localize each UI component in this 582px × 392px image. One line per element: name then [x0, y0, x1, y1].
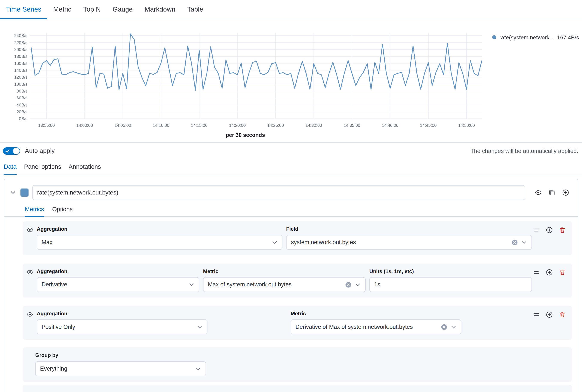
metric-select[interactable]: Derivative of Max of system.network.out.…: [291, 320, 461, 334]
delete-metric-trash-icon[interactable]: [559, 311, 566, 318]
tab-data[interactable]: Data: [4, 159, 17, 175]
svg-text:20B/s: 20B/s: [17, 110, 28, 114]
delete-metric-trash-icon[interactable]: [559, 269, 566, 276]
add-metric-plus-circle-icon[interactable]: [546, 269, 553, 276]
svg-text:14:15:00: 14:15:00: [191, 123, 208, 128]
toggle-knob: [13, 148, 20, 154]
aggregation-value: Positive Only: [42, 324, 75, 330]
svg-text:120B/s: 120B/s: [14, 75, 28, 80]
group-by-value: Everything: [40, 366, 67, 372]
chevron-down-icon: [521, 239, 527, 245]
check-icon: [6, 149, 10, 153]
delete-metric-trash-icon[interactable]: [559, 227, 566, 233]
editor-tabs: Data Panel options Annotations: [0, 159, 582, 175]
metric-label: Metric: [291, 310, 461, 316]
clone-series-copy-icon[interactable]: [548, 189, 555, 196]
auto-apply-toggle[interactable]: [3, 147, 20, 155]
auto-apply-label: Auto apply: [25, 147, 55, 155]
svg-text:14:00:00: 14:00:00: [76, 123, 93, 128]
series-color-swatch[interactable]: [20, 188, 29, 197]
tab-metric[interactable]: Metric: [47, 0, 77, 19]
chevron-down-icon: [189, 282, 195, 288]
tab-markdown[interactable]: Markdown: [139, 0, 181, 19]
series-subtabs: Metrics Options: [4, 206, 578, 216]
metric-row-controls: [533, 227, 565, 233]
drag-metric-handle-icon[interactable]: [533, 311, 539, 318]
series-label-input[interactable]: [32, 185, 525, 200]
svg-text:13:55:00: 13:55:00: [38, 123, 55, 128]
drag-metric-handle-icon[interactable]: [533, 227, 539, 233]
auto-apply-bar: Auto apply The changes will be automatic…: [0, 142, 582, 159]
add-series-plus-circle-icon[interactable]: [562, 189, 569, 196]
add-metric-plus-circle-icon[interactable]: [546, 227, 553, 233]
metric-select[interactable]: Max of system.network.out.bytes: [203, 277, 366, 292]
chevron-down-icon: [197, 324, 203, 330]
legend-series-dot-icon: [492, 35, 496, 40]
tab-gauge[interactable]: Gauge: [107, 0, 139, 19]
tab-table[interactable]: Table: [181, 0, 209, 19]
metric-hidden-eye-slash-icon[interactable]: [27, 227, 33, 233]
auto-apply-hint: The changes will be automatically applie…: [470, 148, 579, 154]
svg-text:14:50:00: 14:50:00: [458, 123, 475, 128]
tab-panel-options[interactable]: Panel options: [24, 159, 61, 175]
chevron-down-icon: [272, 239, 278, 245]
series-header: [4, 179, 578, 200]
svg-text:200B/s: 200B/s: [14, 47, 28, 52]
aggregation-label: Aggregation: [37, 310, 207, 316]
svg-text:14:10:00: 14:10:00: [153, 123, 170, 128]
svg-text:0B/s: 0B/s: [19, 116, 28, 121]
svg-text:14:45:00: 14:45:00: [420, 123, 436, 128]
svg-text:14:25:00: 14:25:00: [267, 123, 284, 128]
svg-text:14:30:00: 14:30:00: [305, 123, 322, 128]
chart-legend[interactable]: rate(system.network... 167.4B/s: [492, 34, 579, 40]
group-by-select[interactable]: Everything: [35, 361, 206, 376]
svg-text:240B/s: 240B/s: [14, 33, 28, 38]
series-panel: Metrics Options Aggregation M: [4, 179, 578, 392]
aggregation-select[interactable]: Positive Only: [37, 320, 207, 334]
clear-field-x-circle-icon[interactable]: [511, 239, 518, 245]
drag-metric-handle-icon[interactable]: [533, 269, 539, 276]
metric-rows: Aggregation Max Field system.network.out…: [4, 217, 578, 392]
legend-series-label: rate(system.network...: [499, 34, 554, 40]
next-section-strip: [23, 385, 572, 392]
clear-metric-x-circle-icon[interactable]: [441, 324, 447, 330]
tab-annotations[interactable]: Annotations: [69, 159, 101, 175]
chevron-down-icon: [195, 366, 201, 372]
aggregation-label: Aggregation: [37, 268, 199, 274]
chevron-down-icon: [355, 282, 361, 288]
metric-row-controls: [533, 269, 565, 276]
aggregation-value: Derivative: [42, 281, 67, 288]
toggle-series-visibility-eye-icon[interactable]: [535, 189, 541, 196]
aggregation-value: Max: [42, 239, 53, 246]
metric-hidden-eye-slash-icon[interactable]: [27, 269, 33, 275]
tab-top-n[interactable]: Top N: [77, 0, 107, 19]
metric-row-max: Aggregation Max Field system.network.out…: [23, 221, 572, 255]
tab-time-series[interactable]: Time Series: [0, 0, 47, 19]
tsvb-visual-builder: Time Series Metric Top N Gauge Markdown …: [0, 0, 582, 392]
add-metric-plus-circle-icon[interactable]: [546, 311, 553, 318]
series-actions: [535, 189, 572, 196]
units-input[interactable]: [369, 277, 532, 292]
svg-text:180B/s: 180B/s: [14, 54, 28, 59]
metric-row-positive-only: Aggregation Positive Only Metric Derivat…: [23, 306, 572, 340]
svg-text:100B/s: 100B/s: [14, 82, 28, 86]
metric-visible-eye-icon[interactable]: [27, 311, 33, 318]
units-label: Units (1s, 1m, etc): [369, 268, 532, 274]
aggregation-label: Aggregation: [37, 226, 282, 232]
aggregation-select[interactable]: Max: [37, 235, 282, 250]
clear-metric-x-circle-icon[interactable]: [345, 282, 351, 288]
field-value: system.network.out.bytes: [291, 239, 356, 246]
subtab-options[interactable]: Options: [52, 206, 73, 216]
metric-value: Max of system.network.out.bytes: [208, 281, 292, 288]
visualization-type-tabs: Time Series Metric Top N Gauge Markdown …: [0, 0, 582, 19]
collapse-series-chevron-down-icon[interactable]: [9, 189, 17, 196]
svg-text:60B/s: 60B/s: [17, 96, 28, 100]
aggregation-select[interactable]: Derivative: [37, 277, 199, 292]
field-select[interactable]: system.network.out.bytes: [286, 235, 532, 250]
svg-text:160B/s: 160B/s: [14, 61, 28, 66]
group-by-section: Group by Everything: [23, 347, 572, 382]
subtab-metrics[interactable]: Metrics: [25, 206, 44, 216]
metric-row-controls: [533, 311, 565, 318]
metric-row-derivative: Aggregation Derivative Metric Max of sys…: [23, 264, 572, 298]
metric-label: Metric: [203, 268, 366, 274]
